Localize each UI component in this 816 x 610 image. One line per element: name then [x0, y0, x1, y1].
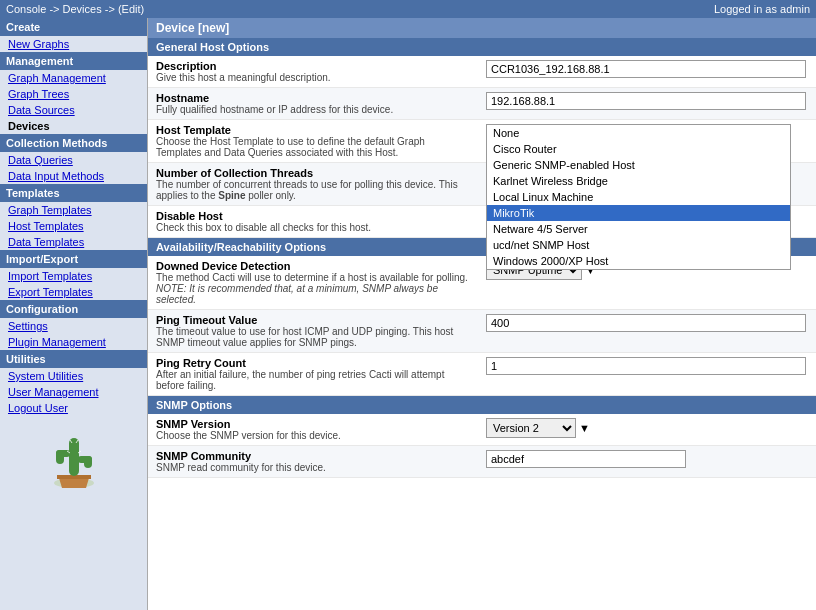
svg-rect-5 — [56, 450, 70, 457]
sidebar-section-templates: Templates — [0, 184, 147, 202]
downed-device-label: Downed Device Detection — [156, 260, 470, 272]
table-row: SNMP Version Choose the SNMP version for… — [148, 414, 816, 446]
list-item-mikrotik[interactable]: MikroTik — [487, 205, 790, 221]
sidebar-item-user-management[interactable]: User Management — [0, 384, 147, 400]
general-options-table: Description Give this host a meaningful … — [148, 56, 816, 238]
snmp-version-arrow-icon: ▼ — [579, 422, 590, 434]
list-item[interactable]: Netware 4/5 Server — [487, 221, 790, 237]
snmp-version-desc: Choose the SNMP version for this device. — [156, 430, 470, 441]
snmp-table: SNMP Version Choose the SNMP version for… — [148, 414, 816, 478]
table-row: Hostname Fully qualified hostname or IP … — [148, 88, 816, 120]
list-item[interactable]: Local Linux Machine — [487, 189, 790, 205]
ping-retry-input[interactable] — [486, 357, 806, 375]
svg-marker-1 — [59, 478, 89, 488]
description-desc: Give this host a meaningful description. — [156, 72, 470, 83]
sidebar-item-host-templates[interactable]: Host Templates — [0, 218, 147, 234]
sidebar-section-configuration: Configuration — [0, 300, 147, 318]
sidebar-section-import/export: Import/Export — [0, 250, 147, 268]
ping-timeout-label: Ping Timeout Value — [156, 314, 470, 326]
sidebar-item-export-templates[interactable]: Export Templates — [0, 284, 147, 300]
ping-timeout-input[interactable] — [486, 314, 806, 332]
sidebar-item-graph-trees[interactable]: Graph Trees — [0, 86, 147, 102]
snmp-community-desc: SNMP read community for this device. — [156, 462, 470, 473]
hostname-desc: Fully qualified hostname or IP address f… — [156, 104, 470, 115]
collection-threads-desc: The number of concurrent threads to use … — [156, 179, 470, 201]
sidebar-item-system-utilities[interactable]: System Utilities — [0, 368, 147, 384]
list-item[interactable]: Windows 2000/XP Host — [487, 253, 790, 269]
sidebar-section-collection-methods: Collection Methods — [0, 134, 147, 152]
sidebar-item-plugin-management[interactable]: Plugin Management — [0, 334, 147, 350]
sidebar-item-graph-management[interactable]: Graph Management — [0, 70, 147, 86]
sidebar-logo — [0, 420, 147, 498]
snmp-version-select[interactable]: Version 1 Version 2 Version 3 — [486, 418, 576, 438]
disable-host-desc: Check this box to disable all checks for… — [156, 222, 470, 233]
cactus-logo-icon — [34, 428, 114, 488]
availability-table: Downed Device Detection The method Cacti… — [148, 256, 816, 396]
table-row: Ping Timeout Value The timeout value to … — [148, 310, 816, 353]
table-row: SNMP Community SNMP read community for t… — [148, 446, 816, 478]
description-label: Description — [156, 60, 470, 72]
ping-timeout-desc: The timeout value to use for host ICMP a… — [156, 326, 470, 348]
page-title: Device [new] — [148, 18, 816, 38]
ping-retry-label: Ping Retry Count — [156, 357, 470, 369]
host-template-label: Host Template — [156, 124, 470, 136]
collection-threads-label: Number of Collection Threads — [156, 167, 470, 179]
description-input[interactable] — [486, 60, 806, 78]
sidebar-item-new-graphs[interactable]: New Graphs — [0, 36, 147, 52]
svg-rect-3 — [69, 438, 79, 476]
host-template-dropdown: None ▼ None Cisco Router Generic SNMP-en… — [486, 124, 791, 142]
host-template-desc: Choose the Host Template to use to defin… — [156, 136, 470, 158]
section-general: General Host Options — [148, 38, 816, 56]
snmp-community-input[interactable] — [486, 450, 686, 468]
sidebar-item-import-templates[interactable]: Import Templates — [0, 268, 147, 284]
sidebar: CreateNew GraphsManagementGraph Manageme… — [0, 18, 148, 610]
sidebar-item-logout[interactable]: Logout User — [0, 400, 147, 416]
snmp-community-label: SNMP Community — [156, 450, 470, 462]
list-item[interactable]: Generic SNMP-enabled Host — [487, 157, 790, 173]
content-area: Device [new] General Host Options Descri… — [148, 18, 816, 610]
hostname-label: Hostname — [156, 92, 470, 104]
section-snmp: SNMP Options — [148, 396, 816, 414]
breadcrumb: Console -> Devices -> (Edit) — [6, 3, 144, 15]
sidebar-section-management: Management — [0, 52, 147, 70]
sidebar-item-devices[interactable]: Devices — [0, 118, 147, 134]
list-item[interactable]: ucd/net SNMP Host — [487, 237, 790, 253]
table-row: Host Template Choose the Host Template t… — [148, 120, 816, 163]
list-item[interactable]: None — [487, 125, 790, 141]
sidebar-item-data-input-methods[interactable]: Data Input Methods — [0, 168, 147, 184]
snmp-version-label: SNMP Version — [156, 418, 470, 430]
downed-device-desc: The method Cacti will use to determine i… — [156, 272, 470, 305]
sidebar-section-create: Create — [0, 18, 147, 36]
sidebar-item-data-sources[interactable]: Data Sources — [0, 102, 147, 118]
sidebar-item-graph-templates[interactable]: Graph Templates — [0, 202, 147, 218]
sidebar-section-utilities: Utilities — [0, 350, 147, 368]
disable-host-label: Disable Host — [156, 210, 470, 222]
list-item[interactable]: Karlnet Wireless Bridge — [487, 173, 790, 189]
table-row: Ping Retry Count After an initial failur… — [148, 353, 816, 396]
ping-retry-desc: After an initial failure, the number of … — [156, 369, 470, 391]
list-item[interactable]: Cisco Router — [487, 141, 790, 157]
sidebar-item-data-templates[interactable]: Data Templates — [0, 234, 147, 250]
user-info: Logged in as admin — [714, 3, 810, 15]
host-template-list: None Cisco Router Generic SNMP-enabled H… — [486, 124, 791, 270]
table-row: Description Give this host a meaningful … — [148, 56, 816, 88]
hostname-input[interactable] — [486, 92, 806, 110]
svg-rect-7 — [78, 456, 92, 463]
sidebar-item-settings[interactable]: Settings — [0, 318, 147, 334]
sidebar-item-data-queries[interactable]: Data Queries — [0, 152, 147, 168]
